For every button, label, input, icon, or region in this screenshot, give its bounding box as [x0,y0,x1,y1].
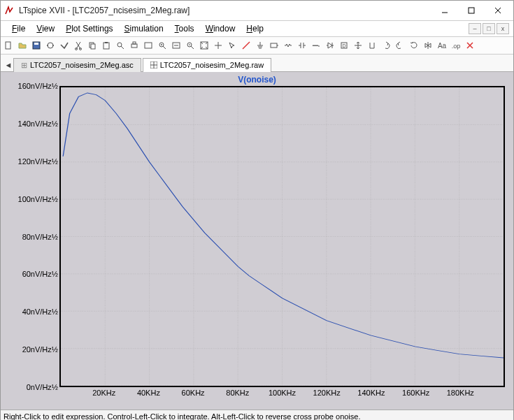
svg-point-7 [52,45,54,46]
plot-icon [150,61,157,68]
x-tick-label: 40KHz [137,389,160,397]
svg-line-22 [163,46,166,49]
tab-bar: ◄ ⊞LTC2057_noisesim_2Meg.ascLTC2057_nois… [1,55,513,72]
resistor-icon[interactable] [282,39,294,52]
menu-window[interactable]: Window [200,22,241,35]
y-tick-label: 160nV/Hz½ [18,82,58,90]
delete-icon[interactable] [464,39,476,52]
x-tick-label: 100KHz [269,389,296,397]
net-label-icon[interactable] [268,39,280,52]
component-icon[interactable]: D [338,39,350,52]
zoom-in-icon[interactable] [156,39,169,52]
trace-line [63,93,504,358]
x-tick-label: 160KHz [402,389,429,397]
window-title: LTspice XVII - [LTC2057_ncisesim_2Meg.ra… [19,6,432,15]
svg-rect-13 [105,42,108,43]
undo-icon[interactable] [380,39,392,52]
stop-icon[interactable] [58,39,71,52]
capacitor-icon[interactable] [296,39,308,52]
plot-svg [61,87,504,386]
menu-help[interactable]: Help [241,22,269,35]
status-text: Right-Click to edit expression. Control-… [3,412,361,420]
op-icon[interactable]: .op [450,39,462,52]
x-tick-label: 180KHz [447,389,474,397]
x-tick-label: 120KHz [313,389,341,397]
close-button[interactable] [485,3,511,18]
x-tick-label: 60KHz [182,389,205,397]
app-icon [3,5,15,16]
title-bar: LTspice XVII - [LTC2057_ncisesim_2Meg.ra… [1,1,513,21]
run-icon[interactable] [44,39,57,52]
redo-icon[interactable] [394,39,406,52]
menu-plot-settings[interactable]: Plot Settings [60,22,118,35]
tab-label: LTC2057_noisesim_2Meg.asc [30,61,134,69]
zoom-fit-icon[interactable] [198,39,210,52]
tab-list: ⊞LTC2057_noisesim_2Meg.ascLTC2057_noises… [13,57,273,71]
inductor-icon[interactable] [310,39,322,52]
drag-icon[interactable] [366,39,378,52]
x-tick-label: 80KHz [226,389,249,397]
y-tick-label: 40nV/Hz½ [22,307,58,316]
mdi-restore-button[interactable]: □ [483,23,495,34]
move-icon[interactable] [352,39,364,52]
plot-area[interactable]: V(onoise) 0nV/Hz½20nV/Hz½40nV/Hz½60nV/Hz… [1,72,513,410]
y-tick-label: 60nV/Hz½ [22,270,58,278]
rotate-icon[interactable] [408,39,420,52]
minimize-button[interactable] [432,3,457,18]
svg-line-26 [191,46,194,49]
y-tick-label: 20nV/Hz½ [22,345,58,354]
y-tick-label: 140nV/Hz½ [18,120,58,128]
y-tick-label: 120nV/Hz½ [18,157,58,166]
cursor-icon[interactable] [226,39,238,52]
wire-icon[interactable] [240,39,252,52]
svg-rect-17 [133,42,136,44]
tab-schematic[interactable]: ⊞LTC2057_noisesim_2Meg.asc [13,58,141,72]
schematic-icon: ⊞ [21,61,27,69]
y-tick-label: 0nV/Hz½ [27,383,58,391]
menu-file[interactable]: File [6,22,31,35]
svg-point-5 [48,43,53,48]
copy-icon[interactable] [86,39,99,52]
window-buttons [432,3,511,18]
svg-rect-18 [145,43,152,48]
y-tick-label: 80nV/Hz½ [22,233,58,241]
search-icon[interactable] [114,39,127,52]
text-icon[interactable]: Aa [436,39,448,52]
open-icon[interactable] [16,39,29,52]
mdi-minimize-button[interactable]: – [469,23,481,34]
maximize-button[interactable] [459,3,484,18]
svg-text:Aa: Aa [438,42,447,50]
toolbar: D Aa .op [1,37,513,55]
trace-title[interactable]: V(onoise) [238,75,276,85]
cut-icon[interactable] [72,39,85,52]
tab-nav-left[interactable]: ◄ [3,59,13,71]
gnd-icon[interactable] [254,39,266,52]
status-bar: Right-Click to edit expression. Control-… [1,410,513,420]
svg-line-15 [121,46,124,49]
new-icon[interactable] [2,39,15,52]
mdi-window-buttons: – □ x [469,23,512,34]
save-icon[interactable] [30,39,43,52]
svg-rect-1 [469,8,474,13]
paste-icon[interactable] [100,39,113,52]
menu-simulation[interactable]: Simulation [119,22,169,35]
svg-rect-11 [91,44,95,49]
menu-bar: FileViewPlot SettingsSimulationToolsWind… [1,21,513,37]
svg-text:D: D [342,43,345,48]
svg-rect-12 [103,43,109,49]
diode-icon[interactable] [324,39,336,52]
mirror-icon[interactable] [422,39,434,52]
app-window: LTspice XVII - [LTC2057_ncisesim_2Meg.ra… [0,0,514,420]
print-icon[interactable] [128,39,141,52]
zoom-back-icon[interactable] [170,39,183,52]
menu-view[interactable]: View [31,22,60,35]
menu-tools[interactable]: Tools [169,22,200,35]
tab-plot[interactable]: LTC2057_noisesim_2Meg.raw [143,58,271,72]
zoom-out-icon[interactable] [184,39,197,52]
y-tick-label: 100nV/Hz½ [18,195,58,203]
autorange-icon[interactable] [212,39,224,52]
setup-icon[interactable] [142,39,155,52]
svg-rect-16 [131,44,137,48]
plot-box[interactable] [59,86,505,387]
mdi-close-button[interactable]: x [497,23,509,34]
